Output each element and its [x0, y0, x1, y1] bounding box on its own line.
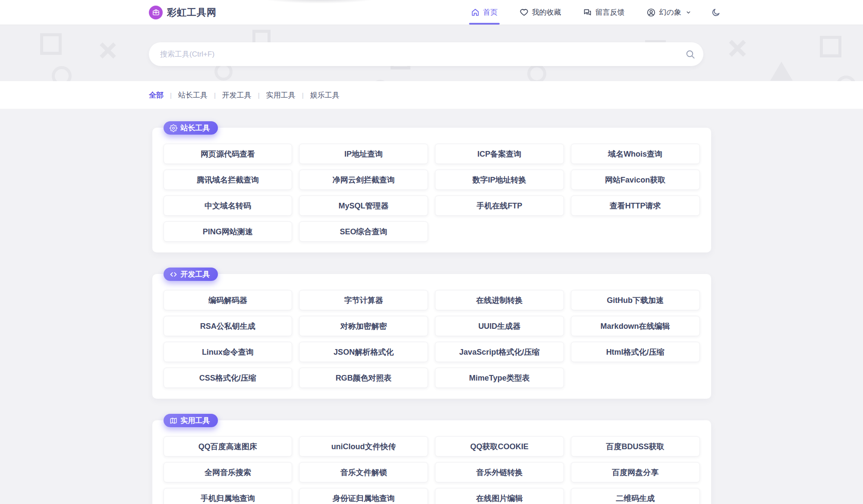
- moon-icon: [711, 8, 721, 17]
- section-badge: 实用工具: [164, 414, 218, 427]
- main-nav: 首页 我的收藏 留言反馈: [451, 0, 721, 25]
- tool-button[interactable]: 网页源代码查看: [164, 144, 293, 164]
- nav-item-feedback[interactable]: 留言反馈: [581, 0, 627, 25]
- section-badge: 站长工具: [164, 121, 218, 135]
- active-underline: [469, 23, 500, 25]
- nav-item-label: 首页: [483, 7, 498, 17]
- tool-button[interactable]: QQ获取COOKIE: [435, 436, 564, 457]
- chevron-down-icon: [686, 9, 691, 15]
- main-content: 站长工具 网页源代码查看IP地址查询ICP备案查询域名Whois查询腾讯域名拦截…: [0, 109, 863, 504]
- section-dev-tools: 开发工具 编码解码器字节计算器在线进制转换GitHub下载加速RSA公私钥生成对…: [152, 274, 711, 399]
- tool-button[interactable]: 音乐外链转换: [435, 462, 564, 482]
- tool-button[interactable]: 中文域名转码: [164, 195, 293, 216]
- tool-button[interactable]: 百度BDUSS获取: [571, 436, 700, 457]
- search-bar: [149, 42, 703, 66]
- tool-button[interactable]: 数字IP地址转换: [435, 170, 564, 190]
- tool-button[interactable]: QQ百度高速图床: [164, 436, 293, 457]
- category-webmaster[interactable]: 站长工具: [178, 90, 208, 100]
- tool-button[interactable]: Html格式化/压缩: [571, 342, 700, 362]
- heart-icon: [520, 8, 529, 17]
- feedback-icon: [583, 8, 592, 17]
- nav-item-favorites[interactable]: 我的收藏: [518, 0, 563, 25]
- search-button[interactable]: [677, 42, 703, 66]
- search-icon: [685, 49, 696, 60]
- user-icon: [646, 8, 656, 17]
- tool-button[interactable]: 网站Favicon获取: [571, 170, 700, 190]
- tool-button[interactable]: PING网站测速: [164, 221, 293, 242]
- tool-button[interactable]: 音乐文件解锁: [299, 462, 428, 482]
- header: 彩虹工具网 首页 我的收藏: [0, 0, 863, 25]
- tools-grid: QQ百度高速图床uniCloud文件快传QQ获取COOKIE百度BDUSS获取全…: [152, 420, 711, 504]
- tool-button[interactable]: 全网音乐搜索: [164, 462, 293, 482]
- tool-button[interactable]: 域名Whois查询: [571, 144, 700, 164]
- nav-item-label: 我的收藏: [532, 7, 561, 17]
- tool-button[interactable]: Linux命令查询: [164, 342, 293, 362]
- tool-button[interactable]: 查看HTTP请求: [571, 195, 700, 216]
- tool-button[interactable]: MimeType类型表: [435, 368, 564, 388]
- tool-button[interactable]: 腾讯域名拦截查询: [164, 170, 293, 190]
- section-utility-tools: 实用工具 QQ百度高速图床uniCloud文件快传QQ获取COOKIE百度BDU…: [152, 420, 711, 504]
- tool-button[interactable]: 身份证归属地查询: [299, 488, 428, 504]
- search-input[interactable]: [149, 50, 677, 59]
- theme-toggle-button[interactable]: [711, 8, 721, 17]
- section-badge: 开发工具: [164, 268, 218, 281]
- tool-button[interactable]: 二维码生成: [571, 488, 700, 504]
- category-separator: |: [258, 91, 260, 99]
- section-title: 实用工具: [181, 416, 210, 425]
- tool-button[interactable]: 手机在线FTP: [435, 195, 564, 216]
- logo[interactable]: 彩虹工具网: [149, 6, 217, 19]
- section-title: 站长工具: [181, 123, 210, 133]
- tools-grid: 网页源代码查看IP地址查询ICP备案查询域名Whois查询腾讯域名拦截查询净网云…: [152, 128, 711, 252]
- tool-button[interactable]: 手机归属地查询: [164, 488, 293, 504]
- site-title: 彩虹工具网: [167, 6, 217, 19]
- code-icon: [170, 271, 177, 278]
- category-dev[interactable]: 开发工具: [222, 90, 252, 100]
- tool-button[interactable]: UUID生成器: [435, 316, 564, 336]
- category-entertainment[interactable]: 娱乐工具: [310, 90, 340, 100]
- user-menu[interactable]: 幻の象: [645, 0, 693, 25]
- category-separator: |: [170, 91, 172, 99]
- tool-button[interactable]: GitHub下载加速: [571, 290, 700, 310]
- category-separator: |: [302, 91, 304, 99]
- nav-item-label: 留言反馈: [595, 7, 625, 17]
- tool-button[interactable]: RSA公私钥生成: [164, 316, 293, 336]
- toolbox-icon: [149, 6, 163, 19]
- tool-button[interactable]: IP地址查询: [299, 144, 428, 164]
- tool-button[interactable]: 对称加密解密: [299, 316, 428, 336]
- username: 幻の象: [659, 7, 681, 17]
- tool-button[interactable]: 字节计算器: [299, 290, 428, 310]
- tool-button[interactable]: uniCloud文件快传: [299, 436, 428, 457]
- gear-icon: [170, 124, 177, 132]
- tools-grid: 编码解码器字节计算器在线进制转换GitHub下载加速RSA公私钥生成对称加密解密…: [152, 274, 711, 399]
- category-separator: |: [214, 91, 216, 99]
- tool-button[interactable]: JavaScript格式化/压缩: [435, 342, 564, 362]
- category-all[interactable]: 全部: [149, 90, 164, 100]
- map-icon: [170, 417, 177, 425]
- category-bar: 全部 | 站长工具 | 开发工具 | 实用工具 | 娱乐工具: [0, 81, 863, 109]
- tool-button[interactable]: 在线进制转换: [435, 290, 564, 310]
- nav-item-home[interactable]: 首页: [469, 0, 500, 25]
- section-title: 开发工具: [181, 269, 210, 279]
- tool-button[interactable]: 编码解码器: [164, 290, 293, 310]
- tool-button[interactable]: Markdown在线编辑: [571, 316, 700, 336]
- tool-button[interactable]: ICP备案查询: [435, 144, 564, 164]
- tool-button[interactable]: 百度网盘分享: [571, 462, 700, 482]
- tool-button[interactable]: RGB颜色对照表: [299, 368, 428, 388]
- category-utility[interactable]: 实用工具: [266, 90, 296, 100]
- tool-button[interactable]: MySQL管理器: [299, 195, 428, 216]
- home-icon: [471, 8, 480, 17]
- tool-button[interactable]: CSS格式化/压缩: [164, 368, 293, 388]
- tool-button[interactable]: 在线图片编辑: [435, 488, 564, 504]
- tool-button[interactable]: JSON解析格式化: [299, 342, 428, 362]
- tool-button[interactable]: SEO综合查询: [299, 221, 428, 242]
- section-webmaster-tools: 站长工具 网页源代码查看IP地址查询ICP备案查询域名Whois查询腾讯域名拦截…: [152, 128, 711, 252]
- hero-section: [0, 25, 863, 81]
- tool-button[interactable]: 净网云剑拦截查询: [299, 170, 428, 190]
